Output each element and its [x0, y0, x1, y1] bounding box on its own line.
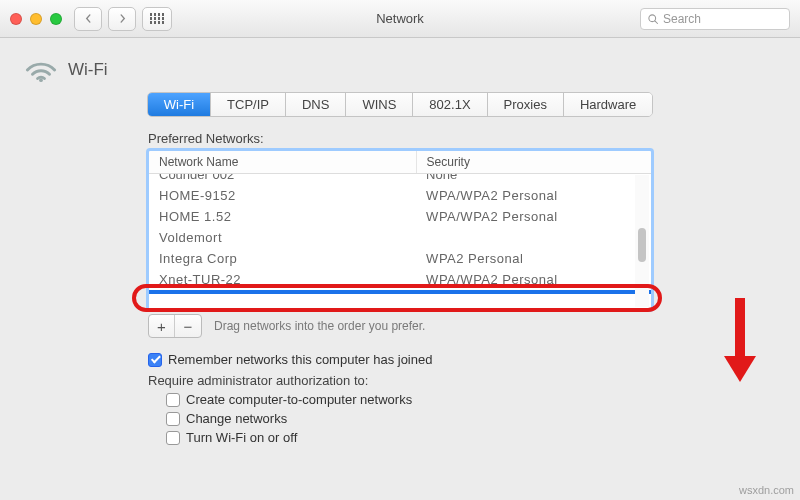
scroll-thumb[interactable] [638, 228, 646, 262]
require-change-networks-option[interactable]: Change networks [166, 411, 782, 426]
column-security[interactable]: Security [417, 151, 651, 173]
require-wifi-toggle-option[interactable]: Turn Wi-Fi on or off [166, 430, 782, 445]
table-header: Network Name Security [149, 151, 651, 174]
tab-proxies[interactable]: Proxies [488, 93, 564, 116]
chevron-left-icon [84, 14, 93, 23]
table-row[interactable]: HOME 1.52 WPA/WPA2 Personal [149, 206, 651, 227]
tab-tcpip[interactable]: TCP/IP [211, 93, 286, 116]
remove-network-button[interactable]: − [175, 315, 201, 337]
preferred-networks-label: Preferred Networks: [148, 131, 782, 146]
search-icon [647, 13, 659, 25]
table-row[interactable]: HOME-9152 WPA/WPA2 Personal [149, 185, 651, 206]
watermark: wsxdn.com [739, 484, 794, 496]
tab-hardware[interactable]: Hardware [564, 93, 652, 116]
table-body: Counder 002 None HOME-9152 WPA/WPA2 Pers… [149, 174, 651, 294]
table-row[interactable]: Integra Corp WPA2 Personal [149, 248, 651, 269]
grid-icon [150, 13, 165, 24]
svg-line-1 [655, 20, 658, 23]
column-network-name[interactable]: Network Name [149, 151, 417, 173]
forward-button[interactable] [108, 7, 136, 31]
checkbox-checked-icon[interactable] [148, 353, 162, 367]
require-admin-label: Require administrator authorization to: [148, 373, 782, 388]
checkbox-icon[interactable] [166, 393, 180, 407]
add-remove-buttons: + − [148, 314, 202, 338]
zoom-window-button[interactable] [50, 13, 62, 25]
remember-networks-label: Remember networks this computer has join… [168, 352, 432, 367]
scrollbar[interactable] [635, 175, 649, 307]
wifi-icon [24, 56, 58, 84]
table-row[interactable]: Counder 002 None [149, 174, 651, 185]
window-controls [10, 13, 62, 25]
checkbox-icon[interactable] [166, 412, 180, 426]
table-row-selected[interactable]: xfinitywifi None [149, 290, 651, 294]
toolbar-nav [74, 7, 172, 31]
tab-bar: Wi-Fi TCP/IP DNS WINS 802.1X Proxies Har… [147, 92, 654, 117]
back-button[interactable] [74, 7, 102, 31]
add-network-button[interactable]: + [149, 315, 175, 337]
tab-wins[interactable]: WINS [346, 93, 413, 116]
drag-hint: Drag networks into the order you prefer. [214, 319, 425, 333]
page-title: Wi-Fi [68, 60, 108, 80]
close-window-button[interactable] [10, 13, 22, 25]
minimize-window-button[interactable] [30, 13, 42, 25]
search-input[interactable]: Search [640, 8, 790, 30]
require-create-networks-option[interactable]: Create computer-to-computer networks [166, 392, 782, 407]
search-placeholder: Search [663, 12, 701, 26]
remember-networks-option[interactable]: Remember networks this computer has join… [148, 352, 782, 367]
tab-wifi[interactable]: Wi-Fi [148, 93, 211, 116]
table-row[interactable]: Xnet-TUR-22 WPA/WPA2 Personal [149, 269, 651, 290]
window-titlebar: Network Search [0, 0, 800, 38]
svg-point-2 [39, 78, 43, 82]
preferred-networks-list[interactable]: Network Name Security Counder 002 None H… [148, 150, 652, 310]
table-row[interactable]: Voldemort [149, 227, 651, 248]
show-all-button[interactable] [142, 7, 172, 31]
tab-dns[interactable]: DNS [286, 93, 346, 116]
page-header: Wi-Fi [24, 56, 782, 84]
chevron-right-icon [118, 14, 127, 23]
checkbox-icon[interactable] [166, 431, 180, 445]
tab-8021x[interactable]: 802.1X [413, 93, 487, 116]
